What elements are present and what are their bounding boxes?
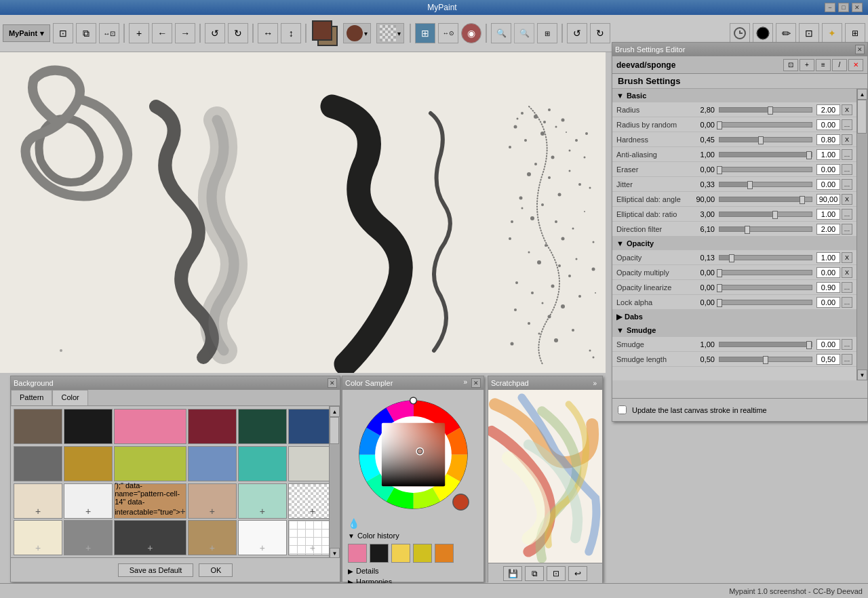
color-history-header[interactable]: ▼ Color history (345, 530, 481, 541)
brush-selector[interactable]: ▾ (343, 23, 371, 43)
setting-slider-radius[interactable] (719, 107, 812, 113)
pan-lr-button[interactable]: ↔ (258, 23, 278, 43)
tab-color[interactable]: Color (52, 390, 87, 405)
background-panel-close[interactable]: ✕ (328, 378, 337, 388)
pattern-cell-7[interactable] (64, 446, 113, 481)
pattern-cell-3[interactable] (188, 409, 237, 444)
setting-slider-opacity-linearize[interactable] (719, 285, 812, 290)
opacity-section-header[interactable]: ▼ Opacity (612, 237, 856, 250)
layers-button[interactable]: ⊡ (799, 23, 819, 43)
pattern-cell-0[interactable] (14, 409, 62, 444)
next-button[interactable]: → (175, 23, 195, 43)
setting-dots-eraser[interactable]: … (842, 164, 852, 175)
redo-button[interactable]: ↻ (228, 23, 248, 43)
pattern-cell-19[interactable]: + (64, 520, 113, 555)
minimize-button[interactable]: − (825, 3, 835, 12)
setting-dots-smudge-length[interactable]: … (842, 354, 852, 365)
pattern-cell-6[interactable] (14, 446, 62, 481)
history-swatch-3[interactable] (413, 544, 432, 563)
setting-dots-jitter[interactable]: … (842, 179, 852, 190)
scratchpad-copy-button[interactable]: ⧉ (525, 566, 544, 581)
setting-x-hardness[interactable]: X (842, 134, 852, 145)
color-sampler-expand[interactable]: » (460, 378, 470, 388)
color-wheel-svg[interactable] (354, 395, 473, 514)
setting-dots-opacity-linearize[interactable]: … (842, 282, 852, 293)
smudge-section-header[interactable]: ▼ Smudge (612, 323, 856, 337)
setting-dots-elliptical-ratio[interactable]: … (842, 209, 852, 220)
texture-selector[interactable]: ▾ (376, 23, 404, 43)
history-button[interactable] (730, 23, 750, 43)
window-restore-button[interactable]: ⊞ (845, 23, 865, 43)
pattern-cell-18[interactable]: + (14, 520, 62, 555)
history-swatch-4[interactable] (435, 544, 454, 563)
rotate-ccw-button[interactable]: ↺ (567, 23, 587, 43)
mirror-button[interactable]: ⊞ (415, 23, 435, 43)
zoom-out-button[interactable]: 🔍 (514, 23, 534, 43)
prev-button[interactable]: ← (152, 23, 172, 43)
brush-view-btn[interactable]: ⊡ (783, 59, 798, 71)
scratchpad-expand[interactable]: » (590, 380, 599, 387)
pattern-cell-9[interactable] (188, 446, 237, 481)
pattern-cell-10[interactable] (238, 446, 287, 481)
smudge-button[interactable]: ◉ (461, 23, 481, 43)
setting-slider-jitter[interactable] (719, 182, 812, 187)
setting-slider-direction-filter[interactable] (719, 226, 812, 232)
save-as-default-button[interactable]: Save as Default (118, 563, 194, 577)
pen-settings-button[interactable]: ✏ (776, 23, 796, 43)
ok-button[interactable]: OK (199, 563, 233, 577)
brush-add-btn[interactable]: + (800, 59, 814, 71)
pan-ud-button[interactable]: ↕ (281, 23, 301, 43)
setting-slider-eraser[interactable] (719, 167, 812, 172)
symmetry-button[interactable]: ↔⊙ (438, 23, 458, 43)
brush-delete-btn[interactable]: ✕ (848, 59, 863, 71)
brush-settings-close[interactable]: ✕ (855, 45, 865, 54)
setting-slider-smudge[interactable] (719, 342, 812, 347)
setting-slider-lock-alpha[interactable] (719, 300, 812, 305)
setting-x-opacity[interactable]: X (842, 252, 852, 263)
history-swatch-1[interactable] (370, 544, 389, 563)
color-wheel-button[interactable] (753, 23, 773, 43)
scratchpad-clear-button[interactable]: ↩ (568, 566, 587, 581)
setting-x-elliptical-angle[interactable]: X (842, 194, 852, 205)
setting-slider-anti-aliasing[interactable] (719, 152, 812, 157)
scratchpad-save-button[interactable]: 💾 (503, 566, 522, 581)
setting-slider-opacity[interactable] (719, 255, 812, 260)
canvas-area[interactable] (0, 52, 606, 373)
setting-x-radius[interactable]: X (842, 104, 852, 115)
eyedropper-button[interactable]: 💧 (348, 518, 359, 529)
scroll-thumb[interactable] (330, 417, 339, 444)
resize-button[interactable]: ↔⊡ (99, 23, 119, 43)
setting-slider-opacity-multiply[interactable] (719, 270, 812, 275)
pattern-cell-15[interactable]: + (188, 483, 237, 519)
setting-slider-elliptical-ratio[interactable] (719, 212, 812, 217)
history-swatch-2[interactable] (391, 544, 410, 563)
setting-dots-anti-aliasing[interactable]: … (842, 149, 852, 160)
duplicate-button[interactable]: ⧉ (76, 23, 96, 43)
pattern-cell-21[interactable]: + (188, 520, 237, 555)
new-window-button[interactable]: ⊡ (53, 23, 73, 43)
zoom-in-button[interactable]: 🔍 (491, 23, 511, 43)
realtime-checkbox[interactable] (618, 405, 627, 414)
setting-slider-elliptical-angle[interactable] (719, 197, 812, 202)
setting-dots-lock-alpha[interactable]: … (842, 297, 852, 308)
pattern-cell-13[interactable]: + (64, 483, 113, 519)
brush-list-btn[interactable]: ≡ (816, 59, 831, 71)
pattern-cell-8[interactable] (114, 446, 186, 481)
brush-scroll-down[interactable]: ▼ (857, 370, 867, 380)
history-swatch-0[interactable] (348, 544, 367, 563)
setting-dots-direction-filter[interactable]: … (842, 224, 852, 235)
setting-slider-smudge-length[interactable] (719, 357, 812, 362)
zoom-fit-button[interactable]: ⊞ (537, 23, 557, 43)
details-row[interactable]: ▶ Details (345, 565, 481, 576)
undo-button[interactable]: ↺ (205, 23, 225, 43)
pattern-cell-1[interactable] (64, 409, 113, 444)
pattern-cell-20[interactable]: + (114, 520, 186, 555)
tab-pattern[interactable]: Pattern (11, 390, 52, 405)
pattern-cell-4[interactable] (238, 409, 287, 444)
brush-edit-btn[interactable]: / (832, 59, 847, 71)
scratchpad-canvas[interactable] (488, 390, 602, 563)
setting-dots-radius-random[interactable]: … (842, 119, 852, 130)
brush-scroll-up[interactable]: ▲ (857, 89, 867, 100)
pattern-cell-22[interactable]: + (238, 520, 287, 555)
color-sampler-close[interactable]: ✕ (471, 378, 481, 388)
